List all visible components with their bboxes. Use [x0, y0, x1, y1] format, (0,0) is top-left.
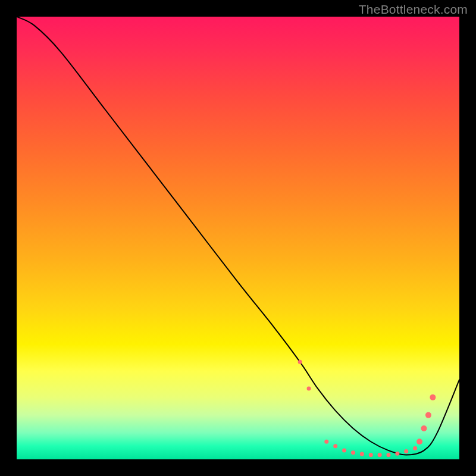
chart-frame: TheBottleneck.com: [0, 0, 476, 476]
marker-dot: [416, 439, 422, 444]
marker-dot: [413, 446, 417, 450]
marker-dot: [430, 394, 436, 400]
marker-dot: [378, 453, 382, 457]
marker-dot: [360, 452, 364, 456]
marker-dot: [351, 450, 355, 455]
marker-dot: [324, 440, 328, 444]
marker-dot: [307, 386, 311, 390]
marker-dot: [298, 360, 302, 364]
plot-area: [17, 17, 459, 459]
marker-dot: [333, 444, 337, 448]
marker-dot: [425, 412, 431, 418]
watermark-text: TheBottleneck.com: [359, 2, 468, 17]
marker-dot: [404, 449, 408, 453]
marker-dot: [369, 453, 373, 457]
marker-dot: [342, 449, 346, 453]
marker-dot: [386, 453, 390, 457]
bottleneck-curve: [17, 17, 459, 455]
marker-dot: [395, 452, 399, 456]
marker-dot: [421, 425, 427, 431]
curve-layer: [17, 17, 459, 459]
highlight-markers: [298, 360, 436, 457]
